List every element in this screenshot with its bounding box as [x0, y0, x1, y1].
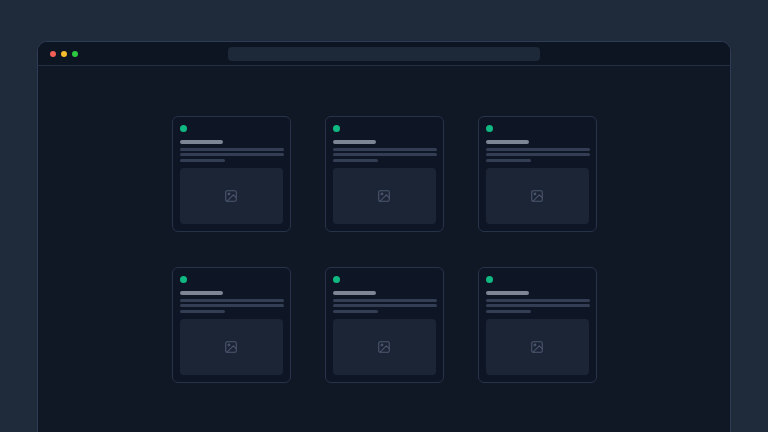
status-dot: [180, 125, 187, 132]
skeleton-text-line: [486, 159, 531, 162]
window-titlebar: [38, 42, 730, 66]
browser-window: [37, 41, 731, 432]
skeleton-text-line: [486, 148, 590, 151]
skeleton-title-bar: [486, 140, 529, 144]
page-content: [38, 66, 730, 383]
skeleton-title-bar: [180, 291, 223, 295]
image-placeholder: [180, 319, 283, 375]
skeleton-text-line: [333, 153, 437, 156]
skeleton-text-line: [333, 148, 437, 151]
image-placeholder: [333, 319, 436, 375]
skeleton-text-line: [180, 304, 284, 307]
image-placeholder: [486, 319, 589, 375]
image-placeholder: [486, 168, 589, 224]
status-dot: [333, 276, 340, 283]
image-icon: [224, 340, 238, 354]
desktop-background: { "colors": { "page_background": "#1f2a3…: [0, 0, 768, 432]
skeleton-text-line: [180, 159, 225, 162]
image-icon: [377, 189, 391, 203]
skeleton-text-line: [180, 153, 284, 156]
window-minimize-button[interactable]: [61, 51, 67, 57]
status-dot: [486, 276, 493, 283]
card[interactable]: [325, 267, 444, 383]
image-icon: [377, 340, 391, 354]
window-maximize-button[interactable]: [72, 51, 78, 57]
card[interactable]: [172, 116, 291, 232]
image-icon: [530, 340, 544, 354]
skeleton-text-line: [333, 310, 378, 313]
skeleton-text-line: [180, 299, 284, 302]
image-placeholder: [333, 168, 436, 224]
traffic-lights: [50, 42, 78, 65]
skeleton-title-bar: [486, 291, 529, 295]
skeleton-text-line: [486, 310, 531, 313]
skeleton-text-line: [333, 299, 437, 302]
skeleton-title-bar: [333, 291, 376, 295]
skeleton-text-line: [333, 304, 437, 307]
skeleton-text-line: [180, 148, 284, 151]
skeleton-text-line: [486, 153, 590, 156]
status-dot: [486, 125, 493, 132]
skeleton-text-line: [486, 304, 590, 307]
skeleton-title-bar: [180, 140, 223, 144]
image-icon: [224, 189, 238, 203]
window-close-button[interactable]: [50, 51, 56, 57]
status-dot: [333, 125, 340, 132]
card[interactable]: [325, 116, 444, 232]
card[interactable]: [478, 267, 597, 383]
skeleton-text-line: [180, 310, 225, 313]
card-grid: [172, 116, 597, 383]
skeleton-title-bar: [333, 140, 376, 144]
image-icon: [530, 189, 544, 203]
card[interactable]: [172, 267, 291, 383]
status-dot: [180, 276, 187, 283]
image-placeholder: [180, 168, 283, 224]
address-bar[interactable]: [228, 47, 540, 61]
card[interactable]: [478, 116, 597, 232]
skeleton-text-line: [333, 159, 378, 162]
skeleton-text-line: [486, 299, 590, 302]
